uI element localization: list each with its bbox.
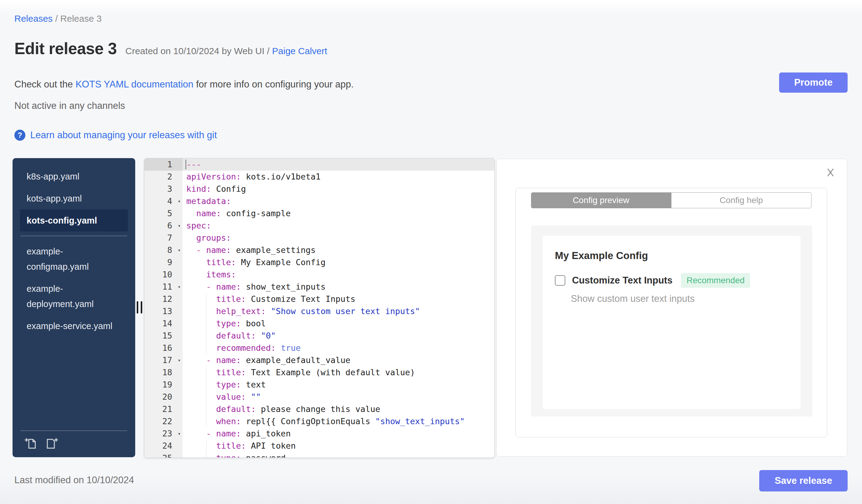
config-item-label: Customize Text Inputs xyxy=(572,275,672,286)
preview-card: Config preview Config help My Example Co… xyxy=(515,188,827,437)
code-line-17: - name: example_default_value xyxy=(183,354,494,367)
help-icon: ? xyxy=(14,130,25,141)
breadcrumb-current: Release 3 xyxy=(60,13,102,24)
recommended-badge: Recommended xyxy=(681,273,750,288)
code-line-16: recommended: true xyxy=(183,342,494,354)
code-line-6: spec: xyxy=(183,220,494,232)
save-release-button[interactable]: Save release xyxy=(759,470,848,491)
page-title: Edit release 3 xyxy=(14,39,117,58)
file-group-1: k8s-app.yamlkots-app.yamlkots-config.yam… xyxy=(13,158,135,231)
config-group-card: My Example Config Customize Text Inputs … xyxy=(543,236,800,409)
file-item-kots-app.yaml[interactable]: kots-app.yaml xyxy=(20,187,128,210)
gutter-line-7: 7 xyxy=(144,232,183,244)
fold-arrow-icon[interactable]: ▾ xyxy=(178,244,181,256)
file-sidebar: k8s-app.yamlkots-app.yamlkots-config.yam… xyxy=(13,158,135,457)
code-line-11: - name: show_text_inputs xyxy=(183,281,494,293)
config-group-title: My Example Config xyxy=(555,250,788,262)
code-line-19: type: text xyxy=(183,379,494,391)
text-cursor xyxy=(185,160,186,170)
config-item-row: Customize Text Inputs Recommended xyxy=(555,273,788,288)
gutter-line-18: 18 xyxy=(144,367,183,379)
code-line-25: type: password xyxy=(183,452,494,457)
gutter-line-13: 13 xyxy=(144,305,183,317)
code-line-7: groups: xyxy=(183,232,494,244)
gutter-line-15: 15 xyxy=(144,330,183,342)
fold-arrow-icon[interactable]: ▾ xyxy=(178,354,181,367)
config-item-help-text: Show custom user text inputs xyxy=(571,293,788,304)
gutter-line-10: 10 xyxy=(144,268,183,281)
file-item-kots-config.yaml[interactable]: kots-config.yaml xyxy=(20,210,128,231)
git-releases-link[interactable]: Learn about managing your releases with … xyxy=(30,130,217,141)
preview-stage: My Example Config Customize Text Inputs … xyxy=(531,225,812,416)
code-line-20: value: "" xyxy=(183,391,494,403)
docs-line: Check out the KOTS YAML documentation fo… xyxy=(14,79,354,90)
yaml-editor[interactable]: 1234▾56▾78▾91011▾121314151617▾1819202122… xyxy=(144,158,495,458)
code-line-9: title: My Example Config xyxy=(183,256,494,268)
gutter-line-14: 14 xyxy=(144,317,183,330)
gutter-line-17[interactable]: 17▾ xyxy=(144,354,183,367)
close-icon[interactable] xyxy=(825,167,836,178)
gutter-line-23[interactable]: 23▾ xyxy=(144,427,183,440)
author-link[interactable]: Paige Calvert xyxy=(272,46,327,56)
gutter-line-11[interactable]: 11▾ xyxy=(144,281,183,293)
gutter-line-19: 19 xyxy=(144,379,183,391)
gutter-line-21: 21 xyxy=(144,403,183,415)
editor-code[interactable]: ---apiVersion: kots.io/v1beta1kind: Conf… xyxy=(183,158,494,457)
code-line-3: kind: Config xyxy=(183,183,494,195)
gutter-line-9: 9 xyxy=(144,256,183,268)
sidebar-footer xyxy=(21,430,127,457)
kots-docs-link[interactable]: KOTS YAML documentation xyxy=(76,79,193,90)
code-line-21: default: please change this value xyxy=(183,403,494,415)
code-line-8: - name: example_settings xyxy=(183,244,494,256)
code-line-10: items: xyxy=(183,268,494,281)
gutter-line-12: 12 xyxy=(144,293,183,305)
code-line-13: help_text: "Show custom user text inputs… xyxy=(183,305,494,317)
gutter-line-5: 5 xyxy=(144,207,183,220)
tab-config-help[interactable]: Config help xyxy=(671,193,812,208)
file-item-k8s-app.yaml[interactable]: k8s-app.yaml xyxy=(20,165,128,187)
code-line-14: type: bool xyxy=(183,317,494,330)
gutter-line-22: 22 xyxy=(144,415,183,427)
file-item-example-configmap.yaml[interactable]: example-configmap.yaml xyxy=(20,240,128,278)
gutter-line-1: 1 xyxy=(144,158,183,171)
indent-guide xyxy=(206,293,207,354)
file-item-example-service.yaml[interactable]: example-service.yaml xyxy=(20,315,128,337)
tab-config-preview[interactable]: Config preview xyxy=(531,193,671,208)
fold-arrow-icon[interactable]: ▾ xyxy=(178,195,181,207)
file-item-example-deployment.yaml[interactable]: example-deployment.yaml xyxy=(20,278,128,315)
editor-gutter: 1234▾56▾78▾91011▾121314151617▾1819202122… xyxy=(144,158,183,457)
new-file-icon[interactable] xyxy=(24,436,38,450)
gutter-line-16: 16 xyxy=(144,342,183,354)
channel-status: Not active in any channels xyxy=(14,100,125,111)
promote-button[interactable]: Promote xyxy=(779,72,848,93)
breadcrumb-releases-link[interactable]: Releases xyxy=(14,13,53,24)
code-line-22: when: repl{{ ConfigOptionEquals "show_te… xyxy=(183,415,494,427)
code-line-23: - name: api_token xyxy=(183,427,494,440)
customize-text-inputs-checkbox[interactable] xyxy=(555,275,565,286)
fold-arrow-icon[interactable]: ▾ xyxy=(178,220,181,232)
file-group-2: example-configmap.yamlexample-deployment… xyxy=(13,240,135,337)
indent-guide xyxy=(206,440,207,457)
code-line-12: title: Customize Text Inputs xyxy=(183,293,494,305)
created-info: Created on 10/10/2024 by Web UI / Paige … xyxy=(126,46,327,56)
config-preview-panel: Config preview Config help My Example Co… xyxy=(496,159,847,456)
gutter-line-2: 2 xyxy=(144,171,183,183)
gutter-line-4[interactable]: 4▾ xyxy=(144,195,183,207)
title-row: Edit release 3 Created on 10/10/2024 by … xyxy=(14,39,327,58)
code-line-15: default: "0" xyxy=(183,330,494,342)
sidebar-resize-handle[interactable] xyxy=(137,301,142,314)
fold-arrow-icon[interactable]: ▾ xyxy=(178,281,181,293)
code-line-2: apiVersion: kots.io/v1beta1 xyxy=(183,171,494,183)
gutter-line-24: 24 xyxy=(144,440,183,452)
gutter-line-8[interactable]: 8▾ xyxy=(144,244,183,256)
code-line-24: title: API token xyxy=(183,440,494,452)
add-file-icon[interactable] xyxy=(45,436,59,450)
gutter-line-6[interactable]: 6▾ xyxy=(144,220,183,232)
fold-arrow-icon[interactable]: ▾ xyxy=(178,427,181,440)
preview-tabs: Config preview Config help xyxy=(531,193,811,208)
indent-guide xyxy=(206,367,207,427)
code-line-4: metadata: xyxy=(183,195,494,207)
gutter-line-25: 25 xyxy=(144,452,183,458)
code-line-18: title: Text Example (with default value) xyxy=(183,367,494,379)
editor-body: 1234▾56▾78▾91011▾121314151617▾1819202122… xyxy=(144,158,494,457)
